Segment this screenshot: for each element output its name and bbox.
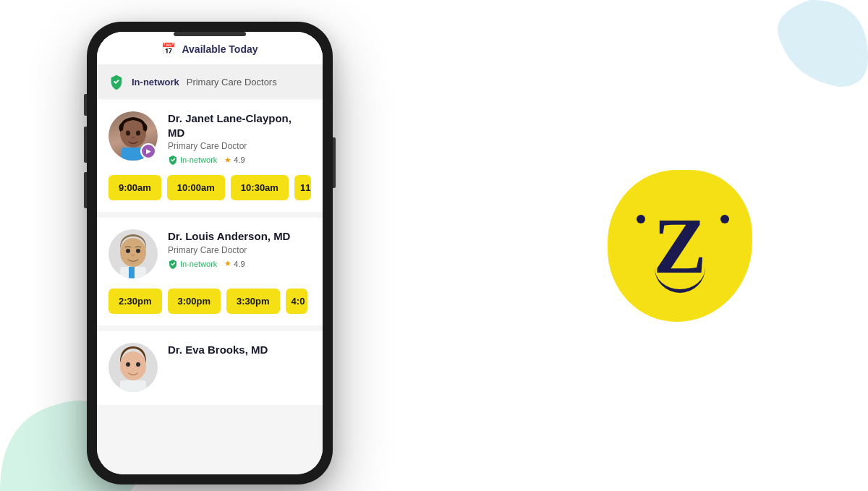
doctor-header-2: Dr. Louis Anderson, MD Primary Care Doct… [109, 229, 311, 278]
phone-button-silent [84, 94, 87, 116]
doctor-specialty-2: Primary Care Doctor [168, 245, 311, 255]
phone-button-volume-down [84, 172, 87, 208]
svg-point-8 [126, 249, 130, 253]
filter-bar[interactable]: In-network Primary Care Doctors [97, 65, 323, 98]
svg-point-10 [120, 351, 146, 380]
doctor-avatar-wrap-2 [109, 229, 158, 278]
calendar-icon: 📅 [161, 42, 176, 56]
doctor-specialty-1: Primary Care Doctor [168, 141, 311, 151]
z-logo-letter: Z [653, 206, 706, 286]
time-slot-partial-2[interactable]: 4:0 [286, 289, 307, 314]
svg-point-13 [136, 362, 140, 367]
time-slot-partial-1[interactable]: 11 [294, 175, 311, 200]
doctor-card-1[interactable]: ▶ Dr. Janet Lane-Claypon, MD Primary Car… [97, 100, 323, 212]
doctor-name-1: Dr. Janet Lane-Claypon, MD [168, 111, 311, 140]
phone-mockup: 📅 Available Today In-network Primary Car… [87, 22, 333, 484]
brand-logo-area: Z [608, 170, 752, 322]
network-shield-icon-1 [168, 155, 178, 165]
available-today-bar: 📅 Available Today [97, 32, 323, 65]
doctor-info-1: Dr. Janet Lane-Claypon, MD Primary Care … [168, 111, 311, 165]
time-slot-300pm[interactable]: 3:00pm [168, 289, 221, 314]
time-slot-1000am[interactable]: 10:00am [167, 175, 225, 200]
network-shield-icon-2 [168, 259, 178, 269]
svg-point-12 [126, 362, 130, 367]
doctor-avatar-2 [109, 229, 158, 278]
doctor-avatar-wrap-1: ▶ [109, 111, 158, 161]
available-today-text: Available Today [182, 43, 258, 55]
bg-decoration-top-right [752, 0, 868, 87]
doctor-header-1: ▶ Dr. Janet Lane-Claypon, MD Primary Car… [109, 111, 311, 165]
time-slot-330pm[interactable]: 3:30pm [226, 289, 280, 314]
phone-notch [174, 32, 246, 36]
rating-badge-2: ★ 4.9 [224, 259, 244, 268]
phone-screen: 📅 Available Today In-network Primary Car… [97, 32, 323, 474]
specialty-label: Primary Care Doctors [187, 77, 277, 87]
time-slot-1030am[interactable]: 10:30am [231, 175, 289, 200]
svg-point-2 [126, 131, 130, 136]
doctor-header-3: Dr. Eva Brooks, MD [109, 343, 311, 392]
time-slot-900am[interactable]: 9:00am [109, 175, 161, 200]
doctor-name-2: Dr. Louis Anderson, MD [168, 229, 311, 244]
doctor-badges-2: In-network ★ 4.9 [168, 259, 311, 269]
rating-badge-1: ★ 4.9 [224, 155, 244, 165]
doctor-card-3[interactable]: Dr. Eva Brooks, MD [97, 331, 323, 405]
phone-button-power [333, 137, 336, 188]
doctor-info-2: Dr. Louis Anderson, MD Primary Care Doct… [168, 229, 311, 269]
star-icon-1: ★ [224, 155, 231, 165]
phone-body: 📅 Available Today In-network Primary Car… [87, 22, 333, 484]
doctor-avatar-3 [109, 343, 158, 392]
logo-eye-right [720, 215, 729, 223]
video-badge-1: ▶ [140, 143, 156, 159]
doctor-info-3: Dr. Eva Brooks, MD [168, 343, 311, 359]
svg-rect-11 [120, 380, 146, 392]
logo-eye-left [637, 215, 645, 223]
doctor-badges-1: In-network ★ 4.9 [168, 155, 311, 165]
doctor-avatar-wrap-3 [109, 343, 158, 392]
network-badge-2: In-network [168, 259, 217, 269]
svg-rect-7 [129, 267, 135, 278]
doctor-name-3: Dr. Eva Brooks, MD [168, 343, 311, 357]
svg-point-9 [136, 249, 140, 253]
phone-button-volume-up [84, 127, 87, 163]
video-camera-icon: ▶ [146, 148, 151, 155]
star-icon-2: ★ [224, 259, 231, 268]
time-slot-230pm[interactable]: 2:30pm [109, 289, 162, 314]
network-badge-1: In-network [168, 155, 217, 165]
z-logo-blob: Z [608, 170, 752, 322]
screen-content: 📅 Available Today In-network Primary Car… [97, 32, 323, 474]
shield-icon [109, 74, 124, 90]
svg-point-3 [136, 131, 140, 136]
time-slots-2: 2:30pm 3:00pm 3:30pm 4:0 [109, 289, 311, 314]
doctor-card-2[interactable]: Dr. Louis Anderson, MD Primary Care Doct… [97, 218, 323, 325]
svg-point-4 [132, 137, 135, 139]
time-slots-1: 9:00am 10:00am 10:30am 11 [109, 175, 311, 200]
in-network-label: In-network [132, 77, 179, 87]
